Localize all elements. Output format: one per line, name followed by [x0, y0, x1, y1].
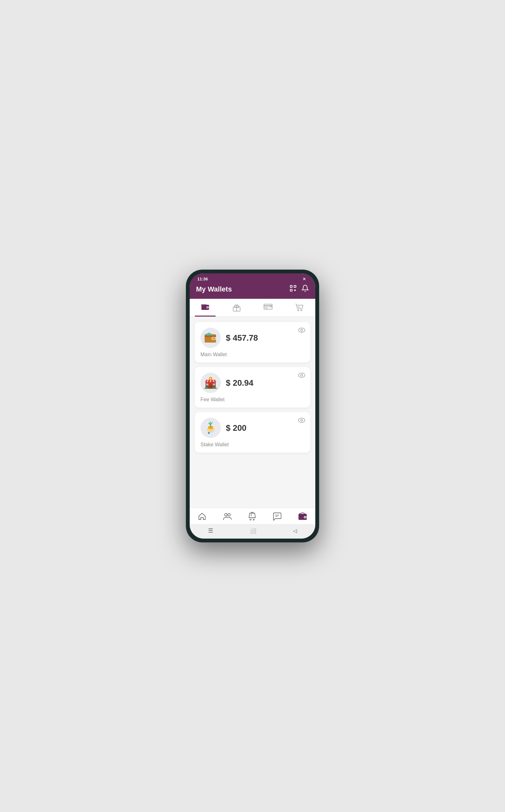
main-wallet-icon [200, 328, 221, 348]
scan-button[interactable] [289, 284, 297, 294]
time-display: 11:36 [197, 276, 208, 281]
header-actions [289, 284, 309, 294]
svg-point-47 [299, 418, 305, 422]
svg-rect-3 [290, 285, 292, 287]
svg-rect-42 [206, 384, 208, 385]
svg-point-64 [305, 517, 306, 518]
svg-rect-45 [205, 387, 208, 389]
svg-point-22 [298, 310, 299, 311]
fee-wallet-amount: $ 20.94 [226, 378, 254, 388]
svg-rect-43 [213, 384, 215, 385]
main-wallet-amount: $ 457.78 [226, 333, 258, 343]
card-tab-icon [264, 303, 273, 312]
main-wallet-name: Main Wallet [200, 352, 305, 358]
stake-wallet-card[interactable]: $ 200 Stake Wallet [195, 412, 310, 453]
fee-wallet-icon: $ [200, 373, 221, 393]
header: My Wallets [190, 283, 315, 299]
svg-point-54 [224, 514, 227, 516]
svg-point-48 [301, 419, 303, 421]
wallet-tab-icon [201, 303, 209, 312]
svg-point-13 [207, 307, 208, 308]
svg-point-27 [301, 329, 303, 331]
phone-frame: 11:36 ✕ [186, 270, 319, 542]
svg-rect-5 [290, 289, 292, 291]
svg-rect-58 [251, 514, 251, 516]
svg-rect-25 [299, 306, 299, 308]
svg-point-57 [253, 519, 255, 520]
svg-text:$: $ [210, 377, 211, 380]
stake-wallet-top: $ 200 [200, 418, 305, 438]
nav-chat[interactable] [273, 512, 282, 521]
svg-point-33 [299, 373, 305, 377]
status-bar: 11:36 ✕ [190, 273, 315, 283]
android-back-btn[interactable]: ◁ [293, 528, 297, 534]
main-wallet-top: $ 457.78 [200, 328, 305, 348]
svg-rect-46 [213, 387, 216, 389]
svg-rect-20 [265, 307, 268, 308]
android-menu-btn[interactable]: ☰ [208, 527, 213, 534]
tab-card[interactable] [257, 301, 279, 317]
status-icons: ✕ [301, 276, 308, 281]
nav-people[interactable] [223, 512, 231, 521]
stake-wallet-eye-icon[interactable] [298, 417, 305, 424]
tab-shop[interactable] [289, 301, 310, 317]
android-nav-bar: ☰ ⬜ ◁ [190, 524, 315, 539]
svg-rect-18 [264, 304, 272, 309]
svg-rect-53 [208, 432, 210, 434]
bell-button[interactable] [301, 284, 309, 294]
page-title: My Wallets [196, 285, 232, 293]
gift-tab-icon [232, 303, 241, 314]
wallets-content: $ 457.78 Main Wallet [190, 317, 315, 508]
tab-gift[interactable] [226, 301, 247, 317]
svg-point-56 [250, 519, 251, 520]
main-wallet-eye-icon[interactable] [298, 327, 305, 334]
signal-icon: ✕ [303, 277, 306, 281]
fee-wallet-name: Fee Wallet [200, 397, 305, 403]
svg-rect-32 [205, 334, 212, 336]
tab-bar [190, 299, 315, 317]
main-wallet-card[interactable]: $ 457.78 Main Wallet [195, 322, 310, 363]
tab-wallet[interactable] [195, 301, 216, 317]
svg-rect-29 [205, 336, 216, 337]
svg-point-55 [228, 514, 230, 516]
svg-point-34 [301, 374, 303, 376]
bottom-nav [190, 508, 315, 524]
nav-wallet[interactable] [298, 512, 307, 521]
stake-wallet-icon [200, 418, 221, 438]
svg-point-26 [299, 328, 305, 333]
svg-point-31 [213, 338, 215, 339]
phone-screen: 11:36 ✕ [190, 273, 315, 539]
svg-point-23 [301, 310, 302, 311]
svg-rect-36 [209, 385, 212, 389]
fee-wallet-eye-icon[interactable] [298, 372, 305, 379]
svg-rect-11 [201, 304, 207, 306]
nav-shop[interactable] [248, 512, 256, 521]
fee-wallet-top: $ $ 20.94 [200, 373, 305, 393]
stake-wallet-name: Stake Wallet [200, 442, 305, 447]
svg-rect-4 [294, 285, 296, 287]
fee-wallet-card[interactable]: $ $ 20.94 Fee Wallet [195, 367, 310, 408]
android-home-btn[interactable]: ⬜ [250, 528, 256, 534]
shop-tab-icon [296, 303, 304, 314]
nav-home[interactable] [198, 512, 206, 521]
stake-wallet-amount: $ 200 [226, 423, 246, 433]
